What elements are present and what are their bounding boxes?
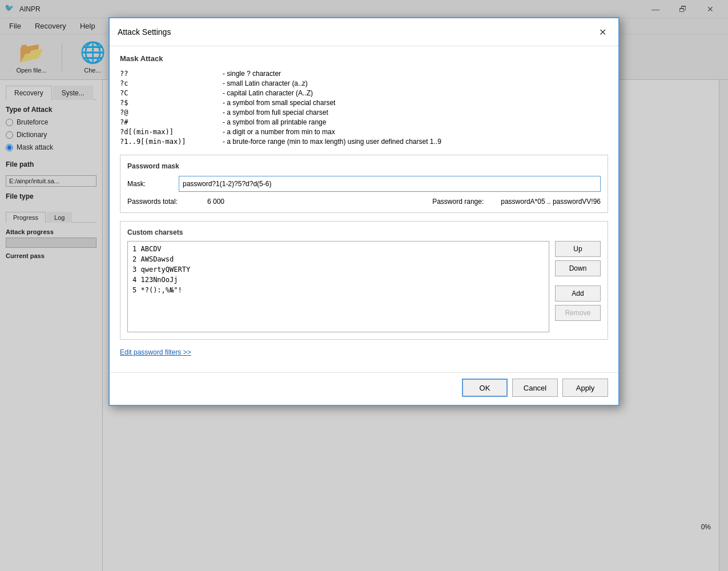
- attack-settings-dialog: Attack Settings ✕ Mask Attack ?? - singl…: [108, 17, 620, 406]
- edit-filters-link[interactable]: Edit password filters >>: [120, 348, 191, 356]
- mask-code-2: ?C: [120, 89, 223, 97]
- mask-ref-row-0: ?? - single ? character: [120, 70, 608, 78]
- mask-input-row: Mask:: [127, 176, 601, 192]
- charset-num-3: 3: [132, 266, 140, 274]
- charset-add-button[interactable]: Add: [555, 286, 601, 301]
- dialog-overlay: Attack Settings ✕ Mask Attack ?? - singl…: [0, 0, 728, 571]
- mask-ref-row-7: ?1..9[(min-max)] - a brute-force range (…: [120, 138, 608, 146]
- charset-item-2[interactable]: 2 AWSDawsd: [130, 254, 546, 264]
- mask-ref-row-6: ?d[(min-max)] - a digit or a number from…: [120, 128, 608, 136]
- mask-desc-4: - a symbol from full special charset: [223, 108, 328, 116]
- charset-val-1: ABCDV: [140, 245, 161, 253]
- password-mask-title: Password mask: [127, 162, 601, 170]
- dialog-footer: OK Cancel Apply: [110, 372, 618, 405]
- apply-button[interactable]: Apply: [562, 379, 608, 397]
- charset-val-3: qwertyQWERTY: [140, 266, 190, 274]
- mask-desc-3: - a symbol from small special charset: [223, 99, 335, 107]
- charsets-buttons: Up Down Add Remove: [555, 241, 601, 332]
- mask-desc-1: - small Latin character (a..z): [223, 79, 308, 87]
- mask-desc-0: - single ? character: [223, 70, 281, 78]
- charsets-list[interactable]: 1 ABCDV 2 AWSDawsd 3 qwertyQWERTY: [127, 241, 549, 332]
- mask-desc-6: - a digit or a number from min to max: [223, 128, 335, 136]
- mask-code-3: ?$: [120, 99, 223, 107]
- mask-desc-2: - capital Latin character (A..Z): [223, 89, 313, 97]
- charset-num-4: 4: [132, 276, 140, 284]
- mask-desc-5: - a symbol from all printable range: [223, 118, 326, 126]
- cancel-button[interactable]: Cancel: [512, 379, 558, 397]
- mask-code-4: ?@: [120, 108, 223, 116]
- password-range-value: passwordA*05 .. passwordVV!96: [501, 198, 601, 206]
- mask-code-1: ?c: [120, 79, 223, 87]
- charset-num-2: 2: [132, 255, 140, 263]
- custom-charsets-section: Custom charsets 1 ABCDV 2 AWSDawsd 3: [120, 221, 608, 340]
- charset-val-2: AWSDawsd: [140, 255, 174, 263]
- charset-val-4: 123NnOoJj: [140, 276, 178, 284]
- passwords-total-value: 6 000: [207, 198, 224, 206]
- mask-attack-title: Mask Attack: [120, 54, 608, 63]
- charset-down-button[interactable]: Down: [555, 260, 601, 276]
- mask-field-label: Mask:: [127, 180, 173, 188]
- charset-item-5[interactable]: 5 *?():,%№"!: [130, 285, 546, 295]
- charsets-title: Custom charsets: [127, 228, 601, 236]
- charset-remove-button[interactable]: Remove: [555, 305, 601, 321]
- dialog-close-button[interactable]: ✕: [594, 24, 610, 40]
- charset-item-4[interactable]: 4 123NnOoJj: [130, 275, 546, 285]
- mask-code-7: ?1..9[(min-max)]: [120, 138, 223, 146]
- mask-reference-table: ?? - single ? character ?c - small Latin…: [120, 70, 608, 146]
- charset-item-3[interactable]: 3 qwertyQWERTY: [130, 264, 546, 275]
- charset-num-5: 5: [132, 286, 140, 294]
- password-range-label: Password range:: [432, 198, 484, 206]
- pw-stats-row: Passwords total: 6 000 Password range: p…: [127, 198, 601, 206]
- ok-button[interactable]: OK: [462, 379, 508, 397]
- password-mask-section: Password mask Mask: Passwords total: 6 0…: [120, 155, 608, 213]
- mask-code-6: ?d[(min-max)]: [120, 128, 223, 136]
- charset-up-button[interactable]: Up: [555, 241, 601, 257]
- charsets-layout: 1 ABCDV 2 AWSDawsd 3 qwertyQWERTY: [127, 241, 601, 332]
- dialog-title-bar: Attack Settings ✕: [110, 18, 618, 46]
- mask-desc-7: - a brute-force range (min to max length…: [223, 138, 441, 146]
- mask-input-field[interactable]: [179, 176, 601, 192]
- charset-val-5: *?():,%№"!: [140, 286, 182, 294]
- dialog-title: Attack Settings: [118, 27, 171, 37]
- passwords-total-label: Passwords total:: [127, 198, 196, 206]
- mask-code-0: ??: [120, 70, 223, 78]
- mask-ref-row-1: ?c - small Latin character (a..z): [120, 79, 608, 87]
- dialog-body: Mask Attack ?? - single ? character ?c -…: [110, 46, 618, 372]
- mask-code-5: ?#: [120, 118, 223, 126]
- charset-item-1[interactable]: 1 ABCDV: [130, 244, 546, 254]
- charset-num-1: 1: [132, 245, 140, 253]
- mask-ref-row-2: ?C - capital Latin character (A..Z): [120, 89, 608, 97]
- mask-ref-row-5: ?# - a symbol from all printable range: [120, 118, 608, 126]
- mask-ref-row-3: ?$ - a symbol from small special charset: [120, 99, 608, 107]
- mask-ref-row-4: ?@ - a symbol from full special charset: [120, 108, 608, 116]
